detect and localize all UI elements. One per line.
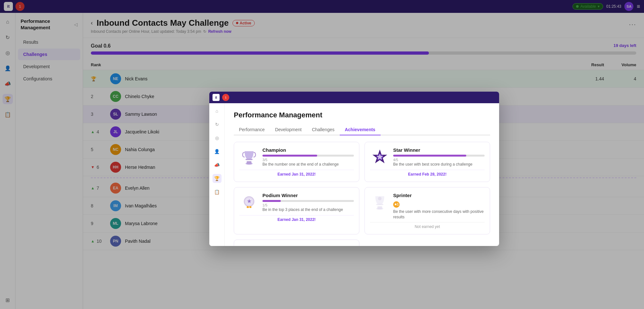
tab-challenges[interactable]: Challenges <box>307 124 340 135</box>
achievement-progress-fill <box>262 200 281 202</box>
svg-rect-13 <box>376 204 383 205</box>
climber-icon: ★1 <box>239 245 259 246</box>
sprinter-icon <box>370 193 389 212</box>
achievement-name: Sprinter <box>393 193 485 198</box>
achievement-info: Star Winner 4/5 Be the user with best sc… <box>393 147 485 167</box>
modal-app-logo[interactable]: it <box>213 94 220 101</box>
achievement-earned-label: Earned Jan 31, 2022! <box>239 215 354 222</box>
tab-achievements[interactable]: Achievements <box>340 124 381 135</box>
tab-development[interactable]: Development <box>270 124 307 135</box>
achievement-card-star-winner: Star Winner 4/5 Be the user with best sc… <box>365 142 490 182</box>
achievement-card-climber: ★1 Climber 5/5 Be the user that climbed … <box>234 240 359 246</box>
svg-point-14 <box>378 197 382 200</box>
achievement-progress-fill <box>262 155 317 157</box>
achievement-name: Climber <box>262 245 354 246</box>
modal-sidebar-activity[interactable]: ↻ <box>213 120 222 129</box>
achievement-card-top: Star Winner 4/5 Be the user with best sc… <box>370 147 485 167</box>
achievement-card-top: Champion 3/5 Be the number one at the en… <box>239 147 354 167</box>
achievement-card-top: ★ 1 Podium Winner 1/5 Be in the top 3 <box>239 193 354 213</box>
achievement-name: Podium Winner <box>262 193 354 198</box>
achievement-progress-bar <box>262 155 354 157</box>
achievement-desc: Be the user with best score during a cha… <box>393 162 485 167</box>
sprinter-badge: ★1 <box>393 201 400 208</box>
achievement-desc: Be in the top 3 places at the end of a c… <box>262 207 354 213</box>
achievement-card-champion: Champion 3/5 Be the number one at the en… <box>234 142 359 182</box>
modal-sidebar-target[interactable]: ◎ <box>213 133 222 142</box>
achievement-progress-fill <box>393 155 466 157</box>
achievement-info: Champion 3/5 Be the number one at the en… <box>262 147 354 167</box>
achievement-name: Star Winner <box>393 147 485 153</box>
modal-title: Performance Management <box>234 111 490 119</box>
svg-text:★: ★ <box>247 199 251 204</box>
podium-winner-icon: ★ 1 <box>239 193 259 212</box>
modal-sidebar-clipboard[interactable]: 📋 <box>213 187 222 196</box>
modal-sidebar-megaphone[interactable]: 📣 <box>213 160 222 169</box>
achievement-card-top: ★1 Climber 5/5 Be the user that climbed … <box>239 245 354 246</box>
achievement-info: Sprinter ★1 Be the user with more consec… <box>393 193 485 220</box>
modal-sidebar-home[interactable]: ⌂ <box>213 106 222 115</box>
achievement-name: Champion <box>262 147 354 153</box>
modal-sidebar-trophy[interactable]: 🏆 <box>213 174 222 183</box>
modal-body: ⌂ ↻ ◎ 👤 📣 🏆 📋 Performance Management Per… <box>209 103 499 246</box>
champion-trophy-icon <box>239 147 259 167</box>
svg-rect-1 <box>247 161 251 164</box>
tab-performance[interactable]: Performance <box>234 124 270 135</box>
modal-tabs: Performance Development Challenges Achie… <box>234 124 490 135</box>
achievement-progress-text: 4/5 <box>393 158 485 162</box>
achievement-desc: Be the number one at the end of a challe… <box>262 162 354 167</box>
svg-rect-2 <box>245 159 252 160</box>
svg-text:1: 1 <box>248 205 250 209</box>
modal-sidebar-users[interactable]: 👤 <box>213 147 222 156</box>
achievement-progress-bar <box>262 200 354 202</box>
achievement-info: Climber 5/5 Be the user that climbed mos… <box>262 245 354 246</box>
achievement-earned-label: Earned Feb 28, 2022! <box>370 170 485 177</box>
achievement-desc: Be the user with more consecutive days w… <box>393 209 485 220</box>
achievement-earned-label: Earned Jan 31, 2022! <box>239 170 354 177</box>
achievement-card-podium-winner: ★ 1 Podium Winner 1/5 Be in the top 3 <box>234 187 359 235</box>
modal-notification-badge[interactable]: 1 <box>222 94 229 101</box>
achievement-not-earned-label: Not earned yet <box>370 222 485 229</box>
achievement-progress-text: 1/5 <box>262 203 354 207</box>
achievement-card-top: Sprinter ★1 Be the user with more consec… <box>370 193 485 220</box>
svg-rect-12 <box>377 206 382 209</box>
star-winner-icon <box>370 147 389 167</box>
achievement-info: Podium Winner 1/5 Be in the top 3 places… <box>262 193 354 213</box>
modal-sidebar: ⌂ ↻ ◎ 👤 📣 🏆 📋 <box>209 103 225 246</box>
achievements-modal: it 1 ⌂ ↻ ◎ 👤 📣 🏆 📋 Performance Managemen… <box>209 92 499 246</box>
modal-content: Performance Management Performance Devel… <box>225 103 499 246</box>
achievement-progress-text: 3/5 <box>262 158 354 162</box>
achievement-card-sprinter: Sprinter ★1 Be the user with more consec… <box>365 187 490 235</box>
modal-topbar: it 1 <box>209 92 499 103</box>
achievements-grid: Champion 3/5 Be the number one at the en… <box>234 142 490 246</box>
achievement-progress-bar <box>393 155 485 157</box>
